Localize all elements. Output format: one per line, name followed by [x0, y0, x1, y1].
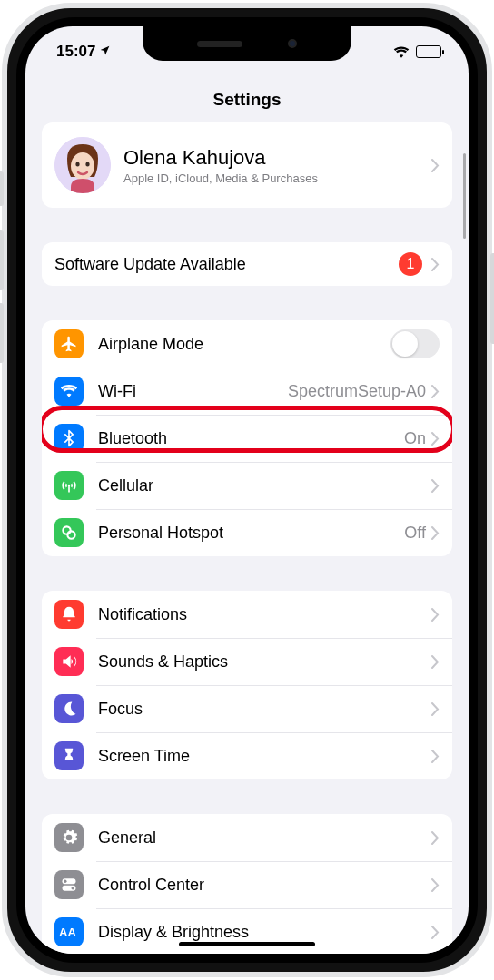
chevron-right-icon — [431, 479, 440, 493]
update-badge: 1 — [399, 252, 422, 276]
screentime-icon — [54, 741, 84, 770]
home-indicator[interactable] — [179, 942, 315, 946]
chevron-right-icon — [431, 655, 440, 669]
control-center-row[interactable]: Control Center — [42, 861, 452, 908]
software-update-row[interactable]: Software Update Available 1 — [42, 242, 452, 286]
front-camera — [288, 39, 297, 48]
airplane-icon — [54, 329, 84, 358]
hotspot-label: Personal Hotspot — [98, 524, 404, 543]
general-row[interactable]: General — [42, 814, 452, 861]
software-update-label: Software Update Available — [54, 255, 399, 274]
svg-point-9 — [72, 887, 74, 889]
notch — [143, 26, 351, 61]
wifi-icon — [54, 377, 84, 406]
status-time: 15:07 — [56, 43, 95, 61]
sounds-row[interactable]: Sounds & Haptics — [42, 638, 452, 685]
display-icon: AA — [54, 917, 84, 946]
chevron-right-icon — [431, 878, 440, 892]
chevron-right-icon — [431, 385, 440, 398]
display-label: Display & Brightness — [98, 923, 431, 942]
chevron-right-icon — [431, 258, 440, 271]
wifi-label: Wi-Fi — [98, 382, 288, 401]
chevron-right-icon — [431, 831, 440, 845]
phone-frame: 15:07 Settings — [2, 3, 492, 977]
page-title: Settings — [25, 68, 469, 122]
svg-point-5 — [67, 531, 74, 538]
wifi-value: SpectrumSetup-A0 — [288, 382, 426, 401]
svg-point-3 — [85, 162, 89, 166]
chevron-right-icon — [431, 702, 440, 716]
volume-up-button — [0, 230, 4, 290]
bluetooth-label: Bluetooth — [98, 429, 404, 448]
focus-icon — [54, 694, 84, 723]
airplane-label: Airplane Mode — [98, 335, 390, 354]
svg-point-1 — [71, 152, 94, 180]
cellular-label: Cellular — [98, 476, 431, 495]
notifications-icon — [54, 600, 84, 629]
sounds-label: Sounds & Haptics — [98, 652, 431, 671]
profile-name: Olena Kahujova — [124, 146, 431, 170]
avatar — [54, 137, 111, 193]
control-center-label: Control Center — [98, 876, 431, 895]
chevron-right-icon — [431, 750, 440, 763]
airplane-mode-row[interactable]: Airplane Mode — [42, 320, 452, 368]
notifications-label: Notifications — [98, 605, 431, 624]
screen: 15:07 Settings — [25, 26, 469, 954]
svg-point-7 — [64, 880, 66, 883]
svg-text:AA: AA — [59, 926, 76, 939]
location-icon — [99, 43, 111, 61]
bluetooth-row[interactable]: Bluetooth On — [42, 415, 452, 462]
screentime-row[interactable]: Screen Time — [42, 732, 452, 779]
hotspot-value: Off — [404, 524, 426, 543]
cellular-row[interactable]: Cellular — [42, 462, 452, 509]
scroll-indicator — [463, 153, 466, 239]
sounds-icon — [54, 647, 84, 676]
hotspot-row[interactable]: Personal Hotspot Off — [42, 509, 452, 556]
chevron-right-icon — [431, 159, 440, 172]
airplane-toggle[interactable] — [390, 329, 440, 358]
screentime-label: Screen Time — [98, 747, 431, 766]
chevron-right-icon — [431, 432, 440, 446]
battery-icon — [416, 45, 441, 58]
svg-point-4 — [63, 526, 70, 534]
wifi-row[interactable]: Wi-Fi SpectrumSetup-A0 — [42, 368, 452, 415]
svg-point-2 — [75, 162, 79, 166]
cellular-icon — [54, 471, 84, 500]
hotspot-icon — [54, 518, 84, 547]
volume-down-button — [0, 303, 4, 363]
bluetooth-icon — [54, 424, 84, 453]
control-center-icon — [54, 870, 84, 899]
notifications-row[interactable]: Notifications — [42, 591, 452, 638]
chevron-right-icon — [431, 926, 440, 939]
apple-id-row[interactable]: Olena Kahujova Apple ID, iCloud, Media &… — [42, 122, 452, 208]
chevron-right-icon — [431, 608, 440, 622]
focus-label: Focus — [98, 700, 431, 719]
profile-sub: Apple ID, iCloud, Media & Purchases — [124, 172, 431, 185]
mute-switch — [0, 172, 4, 206]
general-label: General — [98, 828, 431, 848]
earpiece — [197, 41, 242, 47]
power-button — [490, 253, 494, 344]
focus-row[interactable]: Focus — [42, 685, 452, 732]
bluetooth-value: On — [404, 429, 426, 448]
general-icon — [54, 823, 84, 852]
wifi-icon — [393, 45, 410, 58]
chevron-right-icon — [431, 526, 440, 540]
display-row[interactable]: AA Display & Brightness — [42, 908, 452, 954]
